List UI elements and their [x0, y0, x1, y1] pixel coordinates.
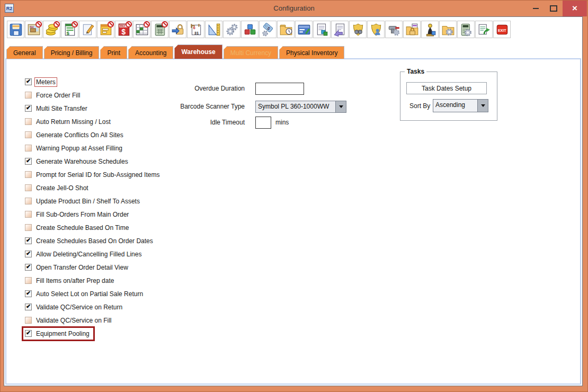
- annotation-highlight: Equipment Pooling: [24, 328, 93, 339]
- checkbox-item-auto-select-lot-on-partial-sale-return[interactable]: Auto Select Lot on Partial Sale Return: [24, 287, 163, 300]
- scanner-setup-button[interactable]: [385, 21, 403, 38]
- checkbox-box[interactable]: [25, 198, 32, 204]
- chevron-down-icon: [481, 104, 485, 107]
- gears-button[interactable]: [223, 21, 240, 38]
- checkbox-item-warning-popup-at-asset-filling[interactable]: Warning Popup at Asset Filling: [24, 141, 163, 155]
- checkbox-item-update-product-bin-shelf-to-assets[interactable]: Update Product Bin / Shelf To Assets: [24, 194, 163, 208]
- checkbox-label: Auto Return Missing / Lost: [35, 118, 112, 126]
- document-import-button[interactable]: [331, 21, 349, 38]
- tab-physical-inventory[interactable]: Physical Inventory: [279, 46, 344, 59]
- checkbox-box[interactable]: [25, 237, 32, 244]
- checkbox-item-create-jell-o-shot[interactable]: Create Jell-O Shot: [24, 181, 163, 194]
- warehouse-options-list: MetersForce Order FillMulti Site Transfe…: [24, 75, 163, 340]
- checkbox-item-validate-qc-service-on-return[interactable]: Validate QC/Service on Return: [24, 300, 163, 314]
- folder-history-button[interactable]: [277, 21, 295, 38]
- task-dates-setup-button[interactable]: Task Dates Setup: [406, 82, 487, 94]
- security-search-button[interactable]: [349, 21, 367, 38]
- shipping-order-button[interactable]: SH: [25, 21, 42, 38]
- invoice-button[interactable]: $: [61, 21, 78, 38]
- save-button[interactable]: [7, 21, 24, 38]
- checkbox-item-open-transfer-order-detail-view[interactable]: Open Transfer Order Detail View: [24, 261, 163, 274]
- order-form-button[interactable]: [97, 21, 114, 38]
- checkbox-item-create-schedules-based-on-order-dates[interactable]: Create Schedules Based On Order Dates: [24, 234, 163, 247]
- checkbox-box[interactable]: [25, 290, 32, 297]
- barcode-scanner-dropdown-arrow[interactable]: [335, 101, 346, 112]
- checkbox-box[interactable]: [25, 105, 32, 112]
- tab-multi-currency: Multi Currency: [224, 46, 278, 59]
- tab-general[interactable]: General: [6, 46, 43, 59]
- document-components-button[interactable]: [313, 21, 331, 38]
- checkbox-box[interactable]: [25, 118, 32, 125]
- checkbox-item-fill-items-on-after-prep-date[interactable]: Fill Items on/after Prep date: [24, 274, 163, 287]
- edit-document-button[interactable]: [79, 21, 96, 38]
- overdue-duration-input[interactable]: [255, 83, 304, 95]
- checkbox-box[interactable]: [25, 224, 32, 231]
- secure-folder-button[interactable]: [403, 21, 421, 38]
- minimize-button[interactable]: [527, 1, 545, 16]
- checkbox-item-fill-sub-orders-from-main-order[interactable]: Fill Sub-Orders From Main Order: [24, 208, 163, 221]
- folder-settings-button[interactable]: [439, 21, 457, 38]
- form-edit-button[interactable]: [295, 21, 313, 38]
- idle-timeout-suffix: mins: [275, 119, 289, 126]
- checkbox-box[interactable]: [25, 330, 32, 337]
- barcode-scanner-type-value: Symbol PL 360-1000WW: [256, 101, 335, 112]
- minimize-icon: [533, 8, 539, 9]
- asset-figure-icon: [423, 23, 437, 37]
- maximize-button[interactable]: [545, 1, 563, 16]
- checkbox-box[interactable]: [25, 171, 32, 178]
- sort-by-select[interactable]: Ascending: [433, 99, 488, 112]
- checkbox-item-generate-conflicts-on-all-sites[interactable]: Generate Conflicts On All Sites: [24, 128, 163, 141]
- idle-timeout-input[interactable]: [255, 117, 271, 129]
- checkbox-box[interactable]: [25, 92, 32, 99]
- tab-warehouse[interactable]: Warehouse: [174, 44, 222, 59]
- checkbox-label: Validate QC/Service on Return: [35, 303, 123, 311]
- checkbox-box[interactable]: [25, 184, 32, 191]
- tab-pricing-billing[interactable]: Pricing / Billing: [44, 46, 100, 59]
- save-icon: [9, 23, 23, 37]
- calendar-button[interactable]: 631: [187, 21, 204, 38]
- payment-button[interactable]: PAY$: [115, 21, 132, 38]
- tab-print[interactable]: Print: [100, 46, 127, 59]
- warehouse-tab-panel: MetersForce Order FillMulti Site Transfe…: [5, 58, 581, 385]
- coins-button[interactable]: [43, 21, 60, 38]
- calculator-button[interactable]: [151, 21, 168, 38]
- checkbox-wrap: Open Transfer Order Detail View: [24, 262, 131, 273]
- checkbox-box[interactable]: [25, 131, 32, 138]
- checkbox-box[interactable]: [25, 251, 32, 257]
- price-tag-gear-button[interactable]: S: [259, 21, 277, 38]
- grid-sheet-button[interactable]: [133, 21, 150, 38]
- checkbox-wrap: Multi Site Transfer: [24, 103, 91, 114]
- checkbox-box[interactable]: [25, 78, 32, 85]
- checkbox-box[interactable]: [25, 211, 32, 218]
- barcode-scanner-type-select[interactable]: Symbol PL 360-1000WW: [255, 101, 346, 113]
- color-cubes-button[interactable]: [241, 21, 259, 38]
- checkbox-box[interactable]: [25, 304, 32, 310]
- secure-folder-icon: [405, 23, 419, 37]
- checkbox-box[interactable]: [25, 264, 32, 271]
- checkbox-label: Fill Sub-Orders From Main Order: [35, 210, 130, 219]
- checkbox-box[interactable]: [25, 317, 32, 324]
- checkbox-box[interactable]: [25, 277, 32, 284]
- checkbox-box[interactable]: [25, 145, 32, 152]
- asset-figure-button[interactable]: [421, 21, 439, 38]
- checkbox-item-prompt-for-serial-id-for-sub-assigned-items[interactable]: Prompt for Serial ID for Sub-Assigned It…: [24, 168, 163, 181]
- checkbox-item-allow-deleting-cancelling-filled-lines[interactable]: Allow Deleting/Cancelling Filled Lines: [24, 247, 163, 261]
- checkbox-item-validate-qc-service-on-fill[interactable]: Validate QC/Service on Fill: [24, 314, 163, 327]
- close-button[interactable]: ×: [563, 1, 587, 16]
- checkbox-item-generate-warehouse-schedules[interactable]: Generate Warehouse Schedules: [24, 155, 163, 168]
- disabled-badge-icon: [72, 21, 78, 28]
- checkbox-item-equipment-pooling[interactable]: Equipment Pooling: [24, 327, 163, 340]
- checkbox-item-create-schedule-based-on-time[interactable]: Create Schedule Based On Time: [24, 221, 163, 234]
- login-lock-button[interactable]: [169, 21, 186, 38]
- export-document-button[interactable]: [475, 21, 493, 38]
- measure-ruler-button[interactable]: [205, 21, 222, 38]
- exit-button[interactable]: EXIT: [493, 21, 511, 38]
- edit-document-icon: [81, 23, 95, 37]
- checkbox-box[interactable]: [25, 158, 32, 165]
- checkbox-wrap: Force Order Fill: [24, 90, 83, 101]
- tab-accounting[interactable]: Accounting: [128, 46, 173, 59]
- sort-by-dropdown-arrow[interactable]: [477, 100, 488, 112]
- checkbox-label: Fill Items on/after Prep date: [35, 277, 115, 285]
- calculator-settings-button[interactable]: [457, 21, 475, 38]
- security-user-button[interactable]: [367, 21, 385, 38]
